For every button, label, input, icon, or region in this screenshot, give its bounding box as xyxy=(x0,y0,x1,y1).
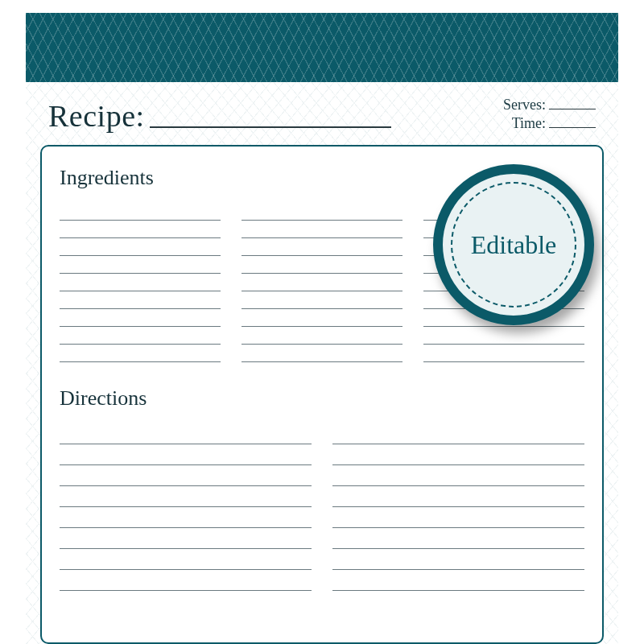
writing-line[interactable] xyxy=(60,345,221,362)
writing-line[interactable] xyxy=(242,309,402,327)
writing-line[interactable] xyxy=(60,256,221,274)
writing-line[interactable] xyxy=(423,345,584,362)
editable-badge-text: Editable xyxy=(471,230,557,260)
time-input-line[interactable] xyxy=(549,127,596,128)
writing-line[interactable] xyxy=(60,274,221,291)
writing-line[interactable] xyxy=(332,486,584,507)
writing-line[interactable] xyxy=(332,528,584,549)
writing-line[interactable] xyxy=(332,465,584,486)
writing-column xyxy=(242,203,402,362)
editable-badge: Editable xyxy=(433,164,594,325)
writing-line[interactable] xyxy=(60,486,312,507)
writing-line[interactable] xyxy=(332,423,584,444)
writing-column xyxy=(60,423,312,591)
recipe-label: Recipe: xyxy=(48,98,145,134)
writing-line[interactable] xyxy=(332,570,584,591)
writing-line[interactable] xyxy=(332,549,584,570)
writing-line[interactable] xyxy=(60,423,312,444)
writing-line[interactable] xyxy=(242,345,402,362)
writing-line[interactable] xyxy=(60,465,312,486)
chevron-header-band xyxy=(26,13,618,82)
writing-line[interactable] xyxy=(60,309,221,327)
directions-columns xyxy=(60,423,584,591)
serves-label: Serves: xyxy=(503,97,546,114)
time-label: Time: xyxy=(512,115,546,132)
writing-line[interactable] xyxy=(60,507,312,528)
serves-input-line[interactable] xyxy=(549,109,596,109)
writing-line[interactable] xyxy=(423,327,584,345)
writing-line[interactable] xyxy=(242,238,402,256)
writing-line[interactable] xyxy=(60,327,221,345)
writing-line[interactable] xyxy=(242,274,402,291)
time-row: Time: xyxy=(503,115,596,132)
writing-line[interactable] xyxy=(60,291,221,309)
writing-line[interactable] xyxy=(60,238,221,256)
writing-line[interactable] xyxy=(60,528,312,549)
writing-line[interactable] xyxy=(60,444,312,465)
writing-line[interactable] xyxy=(242,221,402,238)
recipe-name-input-line[interactable] xyxy=(150,126,391,128)
writing-line[interactable] xyxy=(242,256,402,274)
serves-row: Serves: xyxy=(503,97,596,114)
writing-line[interactable] xyxy=(60,221,221,238)
writing-line[interactable] xyxy=(60,570,312,591)
writing-column xyxy=(332,423,584,591)
directions-heading: Directions xyxy=(60,386,584,411)
writing-line[interactable] xyxy=(242,291,402,309)
writing-line[interactable] xyxy=(242,327,402,345)
writing-line[interactable] xyxy=(60,203,221,221)
recipe-page: Recipe: Serves: Time: Ingredients Direct… xyxy=(26,13,618,644)
writing-column xyxy=(60,203,221,362)
writing-line[interactable] xyxy=(332,507,584,528)
writing-line[interactable] xyxy=(332,444,584,465)
meta-block: Serves: Time: xyxy=(503,97,596,134)
writing-line[interactable] xyxy=(242,203,402,221)
header-row: Recipe: Serves: Time: xyxy=(26,82,618,134)
writing-line[interactable] xyxy=(60,549,312,570)
